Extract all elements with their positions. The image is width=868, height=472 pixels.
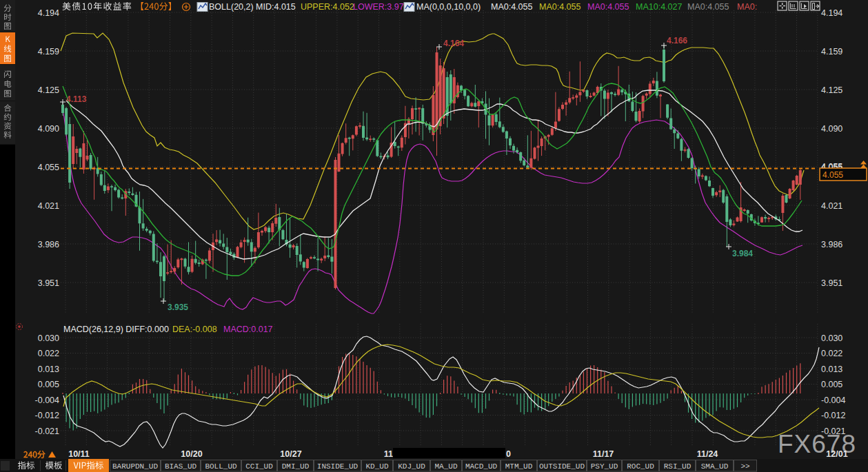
- svg-text:4.164: 4.164: [443, 39, 464, 48]
- svg-text:>>: >>: [740, 462, 749, 471]
- svg-text:10/11: 10/11: [68, 449, 90, 459]
- svg-text:PSY_UD: PSY_UD: [591, 462, 618, 471]
- svg-text:CCI_UD: CCI_UD: [245, 462, 273, 471]
- svg-text:MA0:: MA0:: [737, 2, 757, 12]
- svg-text:4.125: 4.125: [38, 85, 59, 95]
- svg-text:MA_UD: MA_UD: [434, 462, 457, 471]
- svg-text:0.013: 0.013: [38, 365, 59, 374]
- svg-text:11: 11: [384, 449, 393, 459]
- svg-text:0.013: 0.013: [821, 365, 842, 374]
- svg-text:4.090: 4.090: [821, 124, 842, 134]
- svg-text:3.935: 3.935: [168, 302, 188, 312]
- svg-text:10/20: 10/20: [181, 449, 202, 459]
- svg-text:4.021: 4.021: [38, 201, 59, 211]
- svg-text:0.005: 0.005: [38, 380, 59, 389]
- svg-text:UPPER:4.052: UPPER:4.052: [301, 2, 354, 12]
- svg-text:KD_UD: KD_UD: [365, 462, 388, 471]
- svg-text:MA0:4.055: MA0:4.055: [687, 2, 729, 12]
- svg-text:4.194: 4.194: [821, 8, 842, 18]
- svg-text:4.166: 4.166: [667, 36, 687, 45]
- svg-text:4.021: 4.021: [821, 201, 842, 211]
- svg-text:DEA:-0.008: DEA:-0.008: [172, 325, 217, 334]
- svg-text:MACD(26,12,9) DIFF:0.000: MACD(26,12,9) DIFF:0.000: [63, 325, 169, 334]
- svg-text:0.030: 0.030: [38, 334, 59, 343]
- svg-text:3.951: 3.951: [821, 278, 842, 288]
- svg-text:3.986: 3.986: [38, 240, 59, 249]
- svg-text:0: 0: [506, 449, 511, 459]
- svg-text:4.055: 4.055: [38, 163, 59, 172]
- svg-text:0.005: 0.005: [821, 380, 842, 389]
- svg-text:4.090: 4.090: [38, 124, 59, 134]
- svg-text:4.194: 4.194: [38, 8, 59, 18]
- svg-text:-0.012: -0.012: [35, 411, 59, 420]
- svg-text:3.951: 3.951: [38, 278, 59, 288]
- svg-text:BIAS_UD: BIAS_UD: [165, 462, 197, 471]
- svg-text:MA10:4.027: MA10:4.027: [636, 2, 682, 12]
- svg-text:MA0:4.055: MA0:4.055: [587, 2, 629, 12]
- svg-text:10/27: 10/27: [280, 449, 301, 459]
- svg-text:MTM_UD: MTM_UD: [505, 462, 533, 471]
- svg-text:4.159: 4.159: [821, 47, 842, 57]
- svg-text:MA0:4.055: MA0:4.055: [491, 2, 533, 12]
- svg-text:4.125: 4.125: [821, 85, 842, 95]
- svg-text:BOLL(20,2) MID:4.015: BOLL(20,2) MID:4.015: [209, 2, 296, 12]
- svg-text:11/24: 11/24: [697, 449, 718, 459]
- svg-text:RSI_UD: RSI_UD: [664, 462, 692, 471]
- svg-text:-0.012: -0.012: [821, 411, 845, 420]
- svg-text:0.022: 0.022: [821, 349, 842, 358]
- svg-text:0.030: 0.030: [821, 334, 842, 343]
- svg-text:MA0:4.055: MA0:4.055: [539, 2, 581, 12]
- svg-text:SMA_UD: SMA_UD: [701, 462, 729, 471]
- svg-text:INSIDE_UD: INSIDE_UD: [317, 462, 359, 471]
- svg-text:MACD:0.017: MACD:0.017: [223, 325, 273, 334]
- svg-text:-0.021: -0.021: [35, 427, 59, 436]
- svg-text:3.984: 3.984: [732, 249, 753, 258]
- svg-text:-0.004: -0.004: [821, 396, 845, 405]
- svg-text:ROC_UD: ROC_UD: [627, 462, 654, 471]
- svg-text:12/01: 12/01: [826, 449, 847, 459]
- svg-text:LOWER:3.978: LOWER:3.978: [353, 2, 409, 12]
- svg-text:OUTSIDE_UD: OUTSIDE_UD: [539, 462, 585, 471]
- svg-text:KDJ_UD: KDJ_UD: [398, 462, 425, 471]
- svg-text:4.055: 4.055: [822, 170, 843, 180]
- svg-text:BARUPDN_UD: BARUPDN_UD: [112, 462, 158, 471]
- svg-text:MACD_UD: MACD_UD: [465, 462, 498, 471]
- svg-text:0.022: 0.022: [38, 349, 59, 358]
- svg-text:MA(0,0,0,10,0,0): MA(0,0,0,10,0,0): [416, 2, 481, 12]
- svg-text:3.986: 3.986: [821, 240, 842, 249]
- svg-text:4.159: 4.159: [38, 47, 59, 57]
- svg-text:BOLL_UD: BOLL_UD: [205, 462, 237, 471]
- svg-text:4.113: 4.113: [66, 94, 87, 104]
- svg-text:-0.004: -0.004: [35, 396, 59, 405]
- svg-text:11/17: 11/17: [593, 449, 614, 459]
- svg-text:DMI_UD: DMI_UD: [282, 462, 310, 471]
